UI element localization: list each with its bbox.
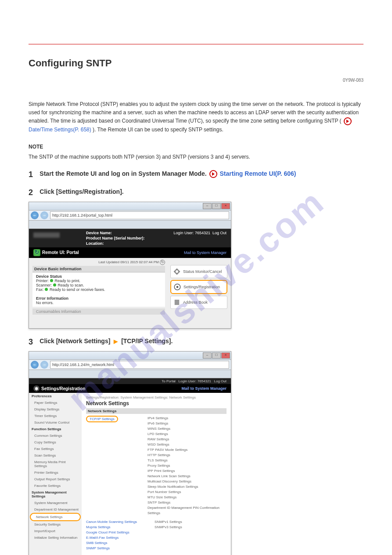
intro-text: Simple Network Time Protocol (SNTP) enab… [29,100,363,134]
nav-item[interactable]: Paper Settings [29,399,82,406]
intro-link[interactable]: Date/Time Settings(P. 658) [29,127,91,133]
settings-sidebar: Preferences Paper Settings Display Setti… [29,393,82,555]
nav-item[interactable]: Timer Settings [29,413,82,419]
url-input[interactable]: http://192.168.1.24/m_network.html [50,361,229,369]
step-number: 1 [29,170,38,179]
sublist-item: SNTP Settings [147,500,227,505]
sublist-item: IPv4 Settings [147,416,227,421]
nav-item[interactable]: Sound Volume Control [29,419,82,426]
url-input[interactable]: http://192.168.1.24/portal_top.html [50,211,229,219]
sublist-item: TLS Settings [147,458,227,463]
sublist-item: MTU Size Settings [147,495,227,500]
sublist-item: SNMPv3 Settings [155,525,182,530]
step-3: 3 Click [Network Settings] ▶ [TCP/IP Set… [29,337,363,347]
forward-icon[interactable]: → [40,361,48,369]
settings-link[interactable]: E-Mail/I-Fax Settings [86,535,137,540]
mail-link[interactable]: Mail to System Manager [181,386,227,391]
mail-link[interactable]: Mail to System Manager [184,250,227,255]
step-number: 2 [29,188,38,197]
sublist-item: Department ID Management PIN Confirmatio… [147,505,227,516]
book-icon [173,298,181,307]
nav-item[interactable]: System Management [29,500,82,506]
nav-item[interactable]: Import/Export [29,528,82,534]
address-bar: ← → http://192.168.1.24/portal_top.html [29,210,231,221]
nav-item[interactable]: Output Report Settings [29,476,82,482]
close-icon[interactable]: × [221,203,230,209]
to-portal-link[interactable]: To Portal [162,379,176,383]
screenshot-portal: – □ × ← → http://192.168.1.24/portal_top… [29,202,231,329]
settings-main: Settings/Registration: System Management… [82,393,231,555]
sublist-item: FTP PASV Mode Settings [147,447,227,453]
nav-item-network[interactable]: Network Settings [30,513,81,521]
back-icon[interactable]: ← [31,361,39,369]
section-header: Network Settings [86,408,227,414]
gear-icon [173,283,182,291]
settings-link[interactable]: Google Cloud Print Settings [86,530,137,535]
nav-heading: System Management Settings [29,489,82,500]
nav-item[interactable]: Copy Settings [29,439,82,446]
step-1-link[interactable]: Starting Remote UI(P. 606) [220,170,296,177]
portal-header: Device Name: Product Name (Serial Number… [29,229,231,247]
snmp-sublist: SNMPv1 SettingsSNMPv3 Settings [155,519,182,551]
nav-heading: Preferences [29,393,82,399]
status-monitor-button[interactable]: Status Monitor/Cancel [170,265,227,278]
brand-logo [33,232,60,238]
portal-bar: Remote UI: Portal Mail to System Manager [29,247,231,258]
nav-item[interactable]: Scan Settings [29,452,82,459]
settings-link[interactable]: SNMP Settings [86,546,137,551]
tcpip-sublist: IPv4 SettingsIPv6 SettingsWINS SettingsL… [147,416,227,516]
tcpip-settings-link[interactable]: TCP/IP Settings [86,416,118,422]
logout-link[interactable]: Log Out [212,231,227,235]
nav-item[interactable]: Printer Settings [29,469,82,476]
nav-item[interactable]: Department ID Management [29,506,82,513]
sublist-item: IPP Print Settings [147,468,227,474]
refresh-icon[interactable]: ↻ [160,260,165,265]
breadcrumb: Settings/Registration: System Management… [86,395,227,399]
minimize-icon[interactable]: – [203,203,212,209]
sublist-item: SNMPv1 Settings [155,519,182,525]
address-book-button[interactable]: Address Book [170,296,227,309]
consumables-header: Consumables Information [32,308,165,315]
note-heading: NOTE [29,143,363,151]
nav-heading: Function Settings [29,426,82,432]
browser-tabs [29,221,231,229]
maximize-icon[interactable]: □ [212,203,221,209]
close-icon[interactable]: × [221,352,230,359]
forward-icon[interactable]: → [40,211,48,219]
login-info: Login User: 7654321 Log Out [173,231,227,235]
nav-item[interactable]: Display Settings [29,406,82,413]
nav-item[interactable]: Fax Settings [29,446,82,452]
monitor-icon [173,267,181,276]
intro-body: Simple Network Time Protocol (SNTP) enab… [29,101,361,124]
minimize-icon[interactable]: – [203,352,212,359]
last-updated: Last Updated 09/11 2015 02:07:44 PM ↻ [32,259,165,266]
svg-point-1 [176,270,178,273]
status-dot-icon [45,288,48,291]
device-status-label: Device Status [36,274,62,279]
sublist-item: Port Number Settings [147,490,227,495]
nav-item[interactable]: Common Settings [29,432,82,439]
gear-icon: ✱ [33,385,40,392]
settings-link[interactable]: Mopria Settings [86,525,137,530]
nav-item[interactable]: Memory Media Print Settings [29,459,82,469]
sublist-item: Multicast Discovery Settings [147,479,227,484]
nav-item[interactable]: Initialize Setting Information [29,534,82,541]
nav-item[interactable]: Security Settings [29,521,82,528]
status-dot-icon [50,279,53,282]
nav-item[interactable]: Favorite Settings [29,482,82,489]
sublist-item: Sleep Mode Notification Settings [147,484,227,490]
settings-link[interactable]: SMB Settings [86,540,137,546]
sublist-item: WINS Settings [147,426,227,432]
logout-link[interactable]: Log Out [214,379,227,383]
status-dot-icon [53,283,56,287]
arrow-icon: ▶ [114,338,118,345]
device-info: Device Name: Product Name (Serial Number… [86,231,145,246]
window-titlebar: – □ × [29,352,231,360]
step-3-title: Click [Network Settings] ▶ [TCP/IP Setti… [40,337,173,345]
settings-link[interactable]: Canon Mobile Scanning Settings [86,519,137,525]
step-1-title: Start the Remote UI and log on in System… [40,170,296,178]
settings-registration-button[interactable]: Settings/Registration [170,280,227,294]
note-text: The SNTP of the machine supports both NT… [29,153,363,161]
back-icon[interactable]: ← [31,211,39,219]
maximize-icon[interactable]: □ [212,352,221,359]
